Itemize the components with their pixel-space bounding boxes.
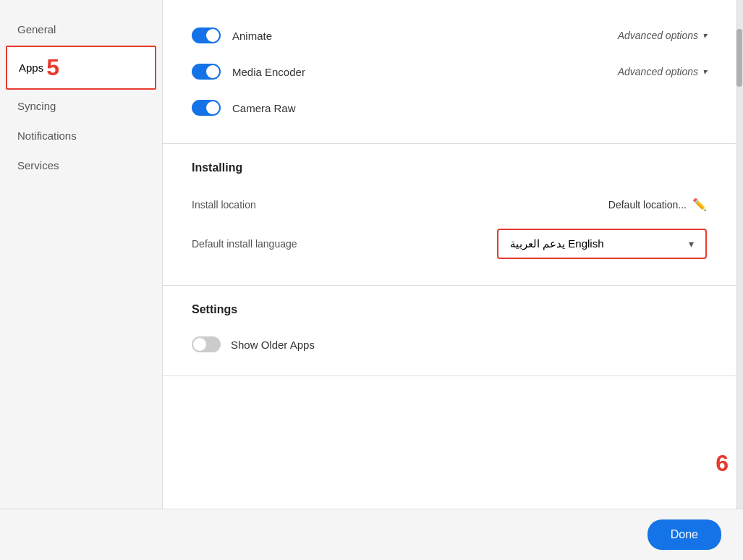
language-value: يدعم العربية English [510, 237, 604, 250]
main-content: Animate Advanced options ▾ Media Encoder… [163, 0, 736, 509]
camera-raw-row: Camera Raw [192, 90, 707, 126]
app-window: General Apps 5 Syncing Notifications Ser… [0, 0, 743, 560]
sidebar-item-syncing[interactable]: Syncing [0, 91, 162, 121]
install-location-row: Install location Default location... ✏️ [192, 189, 707, 220]
default-language-row: Default install language يدعم العربية En… [192, 220, 707, 268]
language-chevron-icon: ▾ [689, 238, 694, 250]
media-encoder-label: Media Encoder [232, 66, 305, 78]
sidebar-item-services[interactable]: Services [0, 150, 162, 180]
edit-location-icon[interactable]: ✏️ [692, 198, 707, 211]
settings-section: Settings Show Older Apps [163, 286, 736, 376]
media-encoder-row: Media Encoder Advanced options ▾ [192, 54, 707, 90]
animate-advanced-label: Advanced options [618, 30, 698, 41]
apps-toggles-section: Animate Advanced options ▾ Media Encoder… [163, 0, 736, 144]
animate-toggle[interactable] [192, 27, 221, 43]
media-encoder-advanced-label: Advanced options [618, 66, 698, 77]
sidebar-item-label-services: Services [17, 159, 59, 171]
animate-chevron-icon: ▾ [702, 30, 707, 41]
default-language-label: Default install language [192, 238, 297, 250]
scrollbar-thumb[interactable] [736, 29, 742, 87]
camera-raw-label: Camera Raw [232, 102, 296, 114]
done-button[interactable]: Done [648, 519, 721, 550]
sidebar: General Apps 5 Syncing Notifications Ser… [0, 0, 163, 509]
camera-raw-left: Camera Raw [192, 100, 296, 116]
sidebar-item-label-general: General [17, 23, 56, 35]
show-older-apps-row: Show Older Apps [192, 331, 707, 358]
animate-row: Animate Advanced options ▾ [192, 17, 707, 54]
camera-raw-toggle[interactable] [192, 100, 221, 116]
apps-step-badge: 5 [46, 54, 59, 81]
show-older-apps-toggle[interactable] [192, 336, 221, 352]
animate-advanced-options[interactable]: Advanced options ▾ [618, 30, 707, 41]
sidebar-item-apps[interactable]: Apps 5 [6, 46, 156, 90]
language-dropdown[interactable]: يدعم العربية English ▾ [497, 229, 707, 259]
scrollbar-area [736, 0, 743, 509]
install-location-value: Default location... [608, 199, 687, 211]
main-layout: General Apps 5 Syncing Notifications Ser… [0, 0, 743, 509]
install-location-value-group: Default location... ✏️ [608, 198, 707, 211]
installing-section: Installing Install location Default loca… [163, 144, 736, 286]
sidebar-item-label-syncing: Syncing [17, 100, 56, 112]
sidebar-item-general[interactable]: General [0, 14, 162, 44]
installing-title: Installing [192, 161, 707, 174]
animate-label: Animate [232, 30, 272, 42]
sidebar-item-label-apps: Apps [19, 61, 43, 74]
media-encoder-chevron-icon: ▾ [702, 67, 707, 77]
install-location-label: Install location [192, 199, 256, 211]
settings-title: Settings [192, 303, 707, 316]
show-older-apps-label: Show Older Apps [231, 339, 315, 351]
animate-left: Animate [192, 27, 272, 43]
media-encoder-toggle[interactable] [192, 64, 221, 80]
footer: Done [0, 509, 743, 560]
sidebar-item-label-notifications: Notifications [17, 130, 77, 142]
sidebar-item-notifications[interactable]: Notifications [0, 121, 162, 150]
media-encoder-advanced-options[interactable]: Advanced options ▾ [618, 66, 707, 77]
media-encoder-left: Media Encoder [192, 64, 305, 80]
step-6-badge: 6 [716, 450, 729, 477]
